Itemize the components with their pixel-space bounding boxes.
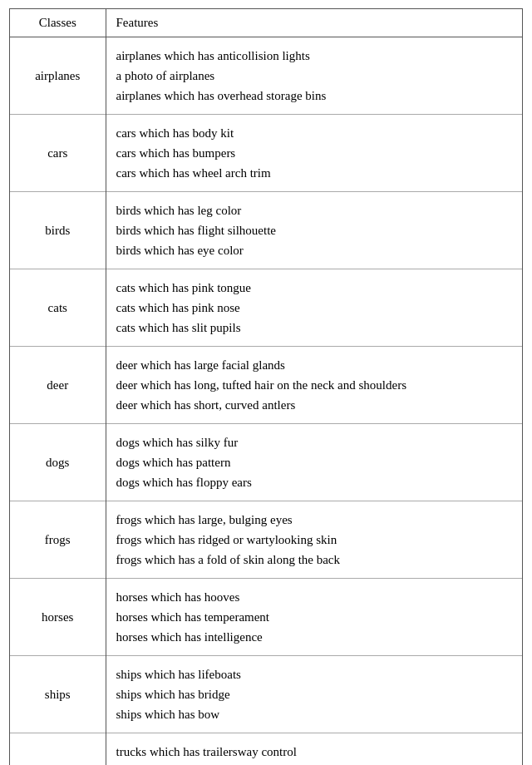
features-cell: cars which has body kitcars which has bu… (106, 115, 522, 192)
feature-item: dogs which has silky fur (116, 432, 513, 452)
feature-item: birds which has leg color (116, 200, 513, 220)
class-cell: cars (10, 115, 106, 192)
feature-item: trucks which has trailersway control (116, 742, 513, 762)
class-cell: horses (10, 579, 106, 656)
feature-item: deer which has long, tufted hair on the … (116, 375, 513, 395)
feature-item: dogs which has pattern (116, 452, 513, 472)
feature-item: ships which has bridge (116, 684, 513, 704)
features-cell: deer which has large facial glandsdeer w… (106, 347, 522, 424)
features-cell: horses which has hooveshorses which has … (106, 579, 522, 656)
feature-item: cats which has pink tongue (116, 278, 513, 298)
feature-item: frogs which has large, bulging eyes (116, 510, 513, 530)
feature-item: cars which has wheel arch trim (116, 163, 513, 183)
features-cell: ships which has lifeboatsships which has… (106, 656, 522, 733)
feature-item: cats which has slit pupils (116, 318, 513, 338)
main-table-container: Classes Features airplanesairplanes whic… (9, 8, 523, 765)
features-cell: dogs which has silky furdogs which has p… (106, 424, 522, 501)
table-row: deerdeer which has large facial glandsde… (10, 347, 522, 424)
features-cell: airplanes which has anticollision lights… (106, 37, 522, 115)
class-cell: trucks (10, 733, 106, 766)
features-cell: trucks which has trailersway controltruc… (106, 733, 522, 766)
table-row: catscats which has pink tonguecats which… (10, 269, 522, 347)
feature-item: deer which has short, curved antlers (116, 395, 513, 415)
feature-item: a photo of airplanes (116, 66, 513, 86)
classes-column-header: Classes (10, 9, 106, 37)
feature-item: cars which has body kit (116, 123, 513, 143)
features-cell: birds which has leg colorbirds which has… (106, 192, 522, 269)
feature-item: cats which has pink nose (116, 298, 513, 318)
class-cell: ships (10, 656, 106, 733)
class-cell: cats (10, 269, 106, 347)
feature-item: ships which has bow (116, 704, 513, 724)
table-row: carscars which has body kitcars which ha… (10, 115, 522, 192)
class-cell: dogs (10, 424, 106, 501)
features-cell: frogs which has large, bulging eyesfrogs… (106, 501, 522, 579)
features-cell: cats which has pink tonguecats which has… (106, 269, 522, 347)
features-column-header: Features (106, 9, 522, 37)
class-cell: deer (10, 347, 106, 424)
classes-features-table: Classes Features airplanesairplanes whic… (10, 9, 522, 765)
class-cell: birds (10, 192, 106, 269)
table-row: airplanesairplanes which has anticollisi… (10, 37, 522, 115)
feature-item: airplanes which has overhead storage bin… (116, 86, 513, 106)
feature-item: horses which has hooves (116, 587, 513, 607)
table-row: truckstrucks which has trailersway contr… (10, 733, 522, 766)
table-row: shipsships which has lifeboatsships whic… (10, 656, 522, 733)
feature-item: airplanes which has anticollision lights (116, 46, 513, 66)
table-header-row: Classes Features (10, 9, 522, 37)
feature-item: cars which has bumpers (116, 143, 513, 163)
feature-item: frogs which has a fold of skin along the… (116, 550, 513, 570)
feature-item: birds which has flight silhouette (116, 220, 513, 240)
class-cell: frogs (10, 501, 106, 579)
table-body: airplanesairplanes which has anticollisi… (10, 37, 522, 766)
class-cell: airplanes (10, 37, 106, 115)
feature-item: horses which has intelligence (116, 627, 513, 647)
feature-item: horses which has temperament (116, 607, 513, 627)
table-row: frogsfrogs which has large, bulging eyes… (10, 501, 522, 579)
table-row: birdsbirds which has leg colorbirds whic… (10, 192, 522, 269)
feature-item: ships which has lifeboats (116, 664, 513, 684)
feature-item: dogs which has floppy ears (116, 472, 513, 492)
feature-item: frogs which has ridged or wartylooking s… (116, 530, 513, 550)
table-row: horseshorses which has hooveshorses whic… (10, 579, 522, 656)
feature-item: trucks which has grille (116, 762, 513, 765)
feature-item: deer which has large facial glands (116, 355, 513, 375)
table-row: dogsdogs which has silky furdogs which h… (10, 424, 522, 501)
feature-item: birds which has eye color (116, 240, 513, 260)
